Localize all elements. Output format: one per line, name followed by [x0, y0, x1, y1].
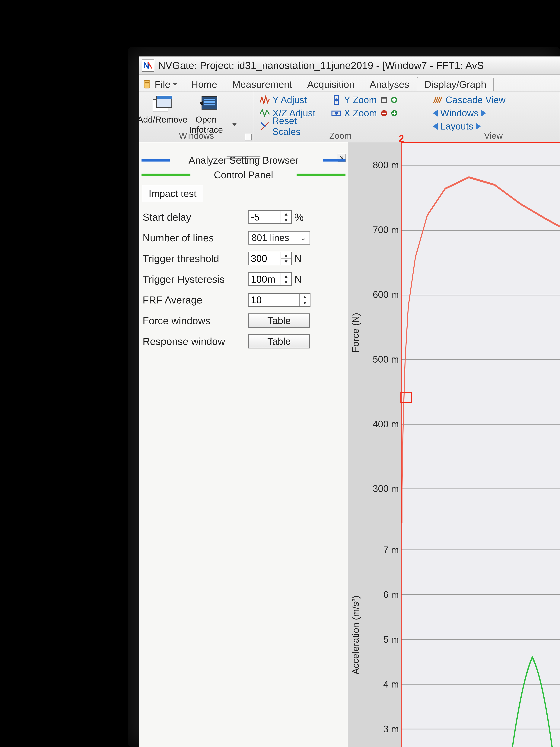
row-force-windows: Force windows Table [143, 310, 344, 331]
tab-analyses[interactable]: Analyses [362, 77, 417, 91]
row-trigger-threshold: Trigger threshold ▲▼ N [143, 248, 344, 269]
number-of-lines-select[interactable]: 801 lines ⌄ [248, 231, 310, 244]
trigger-hysteresis-input[interactable] [248, 273, 281, 285]
y-adjust-button[interactable]: Y Adjust [258, 93, 329, 107]
trigger-hysteresis-stepper[interactable]: ▲▼ [248, 273, 292, 286]
y-zoom-button[interactable]: Y Zoom [329, 93, 423, 107]
app-logo-icon [142, 59, 154, 72]
row-number-of-lines: Number of lines 801 lines ⌄ [143, 227, 344, 248]
impact-test-form: Start delay ▲▼ % Number of lines [139, 202, 348, 356]
trigger-hysteresis-label: Trigger Hysteresis [143, 273, 248, 285]
svg-rect-9 [204, 99, 215, 100]
spin-down-icon[interactable]: ▼ [281, 259, 291, 265]
control-header-label: Control Panel [214, 169, 273, 181]
ribbon: File Home Measurement Acquisition Analys… [139, 75, 560, 142]
zoom-in-icon[interactable] [390, 109, 398, 117]
start-delay-unit: % [294, 211, 304, 223]
x-zoom-icon [331, 108, 341, 118]
tab-home[interactable]: Home [184, 77, 225, 91]
start-delay-label: Start delay [143, 211, 248, 223]
ribbon-group-view: Cascade View Windows Layouts [427, 92, 560, 142]
open-infotrace-button[interactable]: Open Infotrace [182, 93, 237, 135]
ribbon-tabrow: File Home Measurement Acquisition Analys… [139, 75, 560, 91]
control-panel-header[interactable]: Control Panel [139, 168, 348, 182]
tab-acquisition[interactable]: Acquisition [299, 77, 362, 91]
trigger-threshold-stepper[interactable]: ▲▼ [248, 252, 292, 265]
x-zoom-button[interactable]: X Zoom [329, 107, 423, 120]
reset-scales-icon [260, 121, 270, 131]
frf-average-label: FRF Average [143, 294, 248, 306]
ribbon-group-windows: Add/Remove Open Infotrace Windows [139, 92, 254, 142]
zoom-out-icon[interactable] [380, 109, 388, 117]
spin-up-icon[interactable]: ▲ [281, 252, 291, 259]
force-windows-label: Force windows [143, 315, 248, 327]
left-arrow-icon [433, 110, 438, 117]
tab-measurement-label: Measurement [232, 79, 292, 90]
force-windows-table-button[interactable]: Table [248, 313, 310, 328]
add-remove-label: Add/Remove [139, 114, 187, 125]
svg-rect-10 [204, 101, 215, 103]
spin-down-icon[interactable]: ▼ [281, 279, 291, 286]
tab-display-graph[interactable]: Display/Graph [417, 77, 494, 91]
view-layouts-label: Layouts [440, 121, 473, 132]
tab-measurement[interactable]: Measurement [225, 77, 300, 91]
force-yaxis: 800 m 700 m 600 m 500 m 400 m 300 m [363, 142, 401, 523]
accel-ylabel: Acceleration (m/s²) [348, 523, 363, 747]
svg-point-22 [335, 112, 338, 114]
accel-yaxis: 7 m 6 m 5 m 4 m 3 m [363, 523, 401, 747]
file-menu[interactable]: File [141, 78, 184, 91]
spin-up-icon[interactable]: ▲ [281, 273, 291, 279]
force-plot-svg [402, 143, 560, 523]
spin-down-icon[interactable]: ▼ [281, 217, 291, 224]
svg-rect-11 [204, 104, 215, 105]
svg-line-13 [261, 122, 265, 127]
start-delay-stepper[interactable]: ▲▼ [248, 210, 292, 224]
svg-rect-6 [157, 96, 172, 99]
response-window-table-button[interactable]: Table [248, 334, 310, 349]
windows-stack-icon [151, 94, 174, 113]
ytick: 7 m [383, 544, 399, 556]
spin-up-icon[interactable]: ▲ [300, 294, 310, 300]
accel-plot-area[interactable] [401, 523, 560, 747]
zoom-in-icon[interactable] [390, 96, 398, 104]
file-icon [143, 80, 152, 89]
y-zoom-icon [331, 95, 341, 105]
frf-average-stepper[interactable]: ▲▼ [248, 293, 311, 307]
panel-tab-impact-test[interactable]: Impact test [142, 185, 203, 202]
frf-average-input[interactable] [248, 294, 299, 306]
spin-up-icon[interactable]: ▲ [281, 211, 291, 217]
ribbon-group-view-label: View [427, 131, 560, 141]
dialog-launcher-icon[interactable] [245, 134, 252, 140]
ytick: 400 m [373, 419, 399, 430]
cascade-view-button[interactable]: Cascade View [430, 93, 556, 107]
force-plot-area[interactable]: 2 [401, 142, 560, 523]
force-plot[interactable]: Force (N) 800 m 700 m 600 m 500 m 400 m … [348, 142, 560, 523]
svg-marker-8 [199, 101, 203, 106]
app-window: NVGate: Project: id31_nanostation_11june… [139, 56, 560, 747]
row-frf-average: FRF Average ▲▼ [143, 289, 344, 310]
restore-icon[interactable] [380, 96, 388, 104]
force-ylabel: Force (N) [348, 142, 363, 523]
start-delay-input[interactable] [248, 211, 281, 223]
view-windows-label: Windows [440, 108, 479, 119]
cursor-marker-icon[interactable] [400, 392, 412, 403]
number-of-lines-value: 801 lines [251, 232, 289, 243]
svg-rect-16 [381, 97, 386, 103]
ytick: 600 m [373, 289, 399, 300]
trigger-threshold-input[interactable] [248, 252, 281, 265]
svg-rect-2 [145, 82, 149, 83]
add-remove-button[interactable]: Add/Remove [143, 93, 182, 125]
tab-home-label: Home [191, 79, 217, 90]
svg-point-15 [335, 99, 338, 101]
view-windows-button[interactable]: Windows [430, 107, 556, 120]
response-window-button-label: Table [267, 336, 291, 347]
cursor-label: 2 [399, 133, 404, 144]
row-trigger-hysteresis: Trigger Hysteresis ▲▼ N [143, 269, 344, 289]
analyzer-header-label: Analyzer Setting Browser [189, 155, 298, 166]
spin-down-icon[interactable]: ▼ [300, 300, 310, 306]
window-title: NVGate: Project: id31_nanostation_11june… [158, 59, 484, 71]
acceleration-plot[interactable]: Acceleration (m/s²) 7 m 6 m 5 m 4 m 3 m [348, 523, 560, 747]
ytick: 300 m [373, 483, 399, 494]
analyzer-setting-browser-header[interactable]: Analyzer Setting Browser [139, 153, 348, 168]
tab-display-graph-label: Display/Graph [424, 79, 486, 90]
